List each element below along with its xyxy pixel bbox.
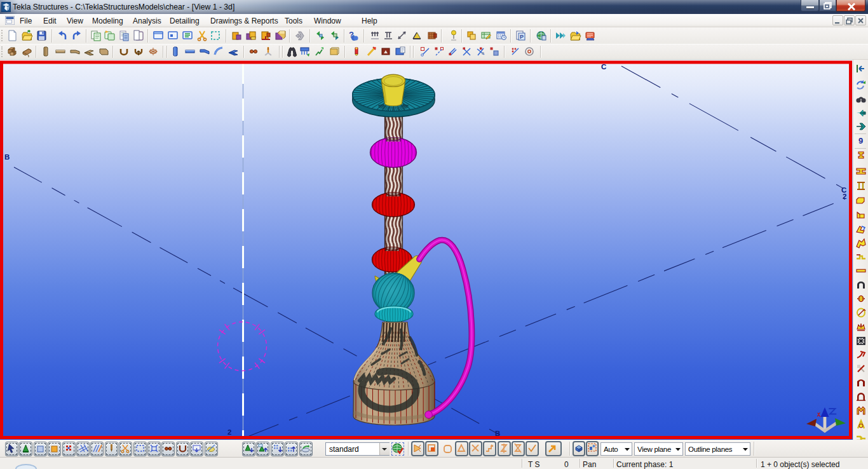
svg-text:C: C xyxy=(601,63,606,71)
svg-text:9: 9 xyxy=(858,136,863,146)
svg-text:P: P xyxy=(520,34,524,40)
svg-text:2: 2 xyxy=(227,428,231,436)
svg-text:2: 2 xyxy=(843,193,846,200)
svg-text:B: B xyxy=(4,153,10,161)
